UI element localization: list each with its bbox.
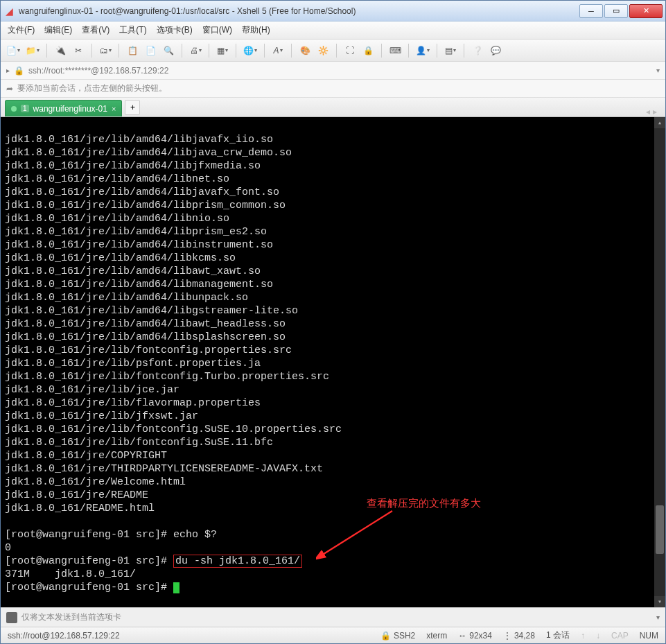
prompt-line-2: [root@wangruifeng-01 src]# du -sh jdk1.8… <box>5 555 302 568</box>
result-2: 371M jdk1.8.0_161/ <box>5 568 136 580</box>
highlighted-command: du -sh jdk1.8.0_161/ <box>173 555 302 568</box>
lock-button[interactable]: 🔒 <box>360 42 376 59</box>
session-tab-1[interactable]: 1 wangruifenglinux-01 × <box>5 100 122 116</box>
menu-view[interactable]: 查看(V) <box>82 24 109 36</box>
hint-bar: ➦ 要添加当前会话，点击左侧的箭头按钮。 <box>1 80 665 98</box>
prompt-line-1: [root@wangruifeng-01 src]# echo $? <box>5 529 217 541</box>
address-text[interactable]: ssh://root:********@192.168.57.129:22 <box>28 66 168 76</box>
status-cursor-pos: ⋮ 34,28 <box>503 631 535 641</box>
minimize-button[interactable]: ─ <box>579 4 603 18</box>
new-session-button[interactable]: 📄▾ <box>5 42 21 59</box>
reconnect-button[interactable]: 🔌 <box>53 42 68 59</box>
lock-icon: 🔒 <box>14 66 24 76</box>
menu-help[interactable]: 帮助(H) <box>242 24 270 36</box>
cursor <box>173 582 179 593</box>
address-bar: ▸ 🔒 ssh://root:********@192.168.57.129:2… <box>1 62 665 80</box>
open-button[interactable]: 📁▾ <box>24 42 41 59</box>
fullscreen-button[interactable]: ⛶ <box>342 42 358 59</box>
menu-edit[interactable]: 编辑(E) <box>44 24 72 36</box>
tab-number: 1 <box>21 105 29 112</box>
status-num: NUM <box>640 631 658 641</box>
tab-strip: 1 wangruifenglinux-01 × + ◂ ▸ <box>1 98 665 117</box>
font-button[interactable]: A▾ <box>270 42 286 59</box>
compose-button[interactable]: 👤▾ <box>414 42 431 59</box>
menubar: 文件(F) 编辑(E) 查看(V) 工具(T) 选项卡(B) 窗口(W) 帮助(… <box>1 21 665 40</box>
language-button[interactable]: 🌐▾ <box>242 42 258 59</box>
hint-text: 要添加当前会话，点击左侧的箭头按钮。 <box>17 82 167 94</box>
svg-line-0 <box>322 511 392 555</box>
send-dropdown-icon[interactable]: ▾ <box>656 613 660 621</box>
annotation-arrow-icon <box>316 508 399 562</box>
window-buttons: ─ ▭ ✕ <box>578 4 663 18</box>
pin-icon[interactable]: ➦ <box>6 84 13 94</box>
status-connection: ssh://root@192.168.57.129:22 <box>8 631 369 641</box>
close-button[interactable]: ✕ <box>629 4 663 18</box>
app-window: ◢ wangruifenglinux-01 - root@wangruifeng… <box>0 0 666 644</box>
send-bar: 仅将文本发送到当前选项卡 ▾ <box>1 607 665 627</box>
menu-tools[interactable]: 工具(T) <box>119 24 146 36</box>
scroll-thumb[interactable] <box>656 505 664 554</box>
toolbar: 📄▾ 📁▾ 🔌 ✂ 🗂▾ 📋 📄 🔍 🖨▾ ▦▾ 🌐▾ A▾ 🎨 🔆 ⛶ 🔒 ⌨… <box>1 40 665 62</box>
tab-status-icon <box>11 106 17 112</box>
properties-button[interactable]: 🗂▾ <box>98 42 113 59</box>
status-cap: CAP <box>611 631 629 641</box>
color-button[interactable]: 🎨 <box>297 42 313 59</box>
print-button[interactable]: 🖨▾ <box>188 42 203 59</box>
scroll-up-button[interactable]: ▴ <box>654 117 665 128</box>
tab-label: wangruifenglinux-01 <box>33 104 107 114</box>
status-sessions: 1 会话 <box>546 629 570 641</box>
menu-tab[interactable]: 选项卡(B) <box>157 24 193 36</box>
maximize-button[interactable]: ▭ <box>604 4 628 18</box>
titlebar: ◢ wangruifenglinux-01 - root@wangruifeng… <box>1 1 665 21</box>
status-down-icon: ↓ <box>596 631 600 641</box>
annotation-text: 查看解压完的文件有多大 <box>367 496 481 510</box>
keyboard-button[interactable]: ⌨ <box>387 42 403 59</box>
status-bar: ssh://root@192.168.57.129:22 🔒 SSH2 xter… <box>1 627 665 643</box>
terminal[interactable]: jdk1.8.0_161/jre/lib/amd64/libjavafx_iio… <box>1 117 665 607</box>
disconnect-button[interactable]: ✂ <box>71 42 86 59</box>
status-term: xterm <box>426 631 447 641</box>
terminal-scrollbar[interactable]: ▴ ▾ <box>654 117 665 607</box>
terminal-output: jdk1.8.0_161/jre/lib/amd64/libjavafx_iio… <box>5 134 342 514</box>
result-1: 0 <box>5 542 11 554</box>
send-bar-text[interactable]: 仅将文本发送到当前选项卡 <box>21 611 121 623</box>
menu-file[interactable]: 文件(F) <box>8 24 35 36</box>
scroll-down-button[interactable]: ▾ <box>654 596 665 607</box>
new-tab-button[interactable]: + <box>125 100 140 115</box>
paste-button[interactable]: 📄 <box>143 42 158 59</box>
address-dropdown-icon[interactable]: ▾ <box>656 67 660 74</box>
status-size: ↔ 92x34 <box>458 631 492 641</box>
tab-prev-icon[interactable]: ◂ <box>646 107 650 116</box>
tile-button[interactable]: ▤▾ <box>443 42 458 59</box>
feedback-button[interactable]: 💬 <box>488 42 503 59</box>
status-up-icon: ↑ <box>581 631 585 641</box>
tab-next-icon[interactable]: ▸ <box>653 107 657 116</box>
find-button[interactable]: 🔍 <box>161 42 176 59</box>
app-icon: ◢ <box>3 6 15 17</box>
layout-button[interactable]: ▦▾ <box>215 42 230 59</box>
copy-button[interactable]: 📋 <box>125 42 140 59</box>
menu-window[interactable]: 窗口(W) <box>202 24 232 36</box>
send-icon[interactable] <box>6 612 17 623</box>
help-button[interactable]: ❔ <box>470 42 485 59</box>
window-title: wangruifenglinux-01 - root@wangruifeng-0… <box>19 6 578 16</box>
status-ssh: 🔒 SSH2 <box>380 631 415 641</box>
address-chevron-icon[interactable]: ▸ <box>6 67 10 74</box>
prompt-line-3: [root@wangruifeng-01 src]# <box>5 582 179 593</box>
tab-close-icon[interactable]: × <box>112 105 116 113</box>
highlight-button[interactable]: 🔆 <box>315 42 331 59</box>
